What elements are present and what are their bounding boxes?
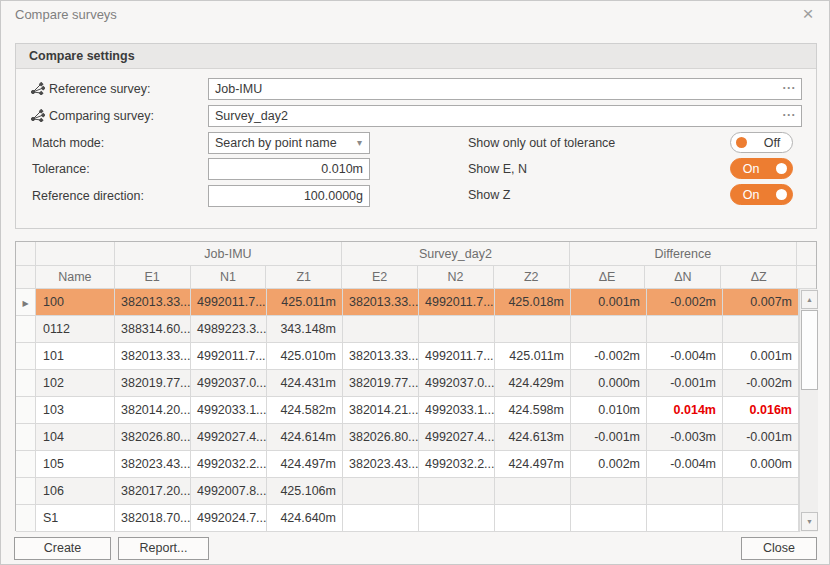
cell-N2: 4992032.2...	[419, 451, 495, 478]
tolerance-label: Tolerance:	[32, 162, 90, 176]
cell-ΔZ: 0.000m	[723, 451, 799, 478]
row-marker	[16, 370, 36, 397]
comparing-survey-label: Comparing survey:	[49, 109, 154, 123]
cell-N1: 4992032.2...	[191, 451, 267, 478]
show-out-of-tolerance-toggle[interactable]: Off	[730, 132, 793, 153]
cell-E2: 382026.80...	[343, 424, 419, 451]
comparing-survey-field[interactable]: Survey_day2 ...	[208, 105, 802, 127]
cell-ΔN: -0.004m	[647, 451, 723, 478]
row-marker: ▶	[16, 289, 36, 316]
cell-ΔZ: 0.007m	[723, 289, 799, 316]
match-mode-select[interactable]: Search by point name ▾	[208, 132, 370, 154]
cell-E2	[343, 478, 419, 505]
table-group-header-row: Job-IMU Survey_day2 Difference	[16, 242, 816, 266]
cell-N1: 4992011.7...	[191, 343, 267, 370]
column-header-n1[interactable]: N1	[191, 266, 267, 289]
toggle-knob	[776, 189, 787, 200]
cell-N2	[419, 316, 495, 343]
cell-E1: 382013.33...	[115, 289, 191, 316]
cell-ΔZ	[723, 478, 799, 505]
reference-survey-value: Job-IMU	[215, 82, 262, 96]
browse-ellipsis-icon[interactable]: ...	[783, 75, 796, 95]
vertical-scrollbar[interactable]: ▲ ▼	[799, 289, 818, 532]
cell-ΔE: -0.001m	[571, 424, 647, 451]
group-header-comparing: Survey_day2	[342, 242, 569, 266]
cell-N1: 4992033.1...	[191, 397, 267, 424]
cell-Z2	[495, 316, 571, 343]
cell-name: 0112	[36, 316, 115, 343]
scroll-down-icon[interactable]: ▼	[801, 512, 818, 531]
table-row[interactable]: ▶100382013.33...4992011.7...425.011m3820…	[16, 289, 799, 316]
table-row[interactable]: 103382014.20...4992033.1...424.582m38201…	[16, 397, 799, 424]
show-en-toggle[interactable]: On	[730, 158, 793, 179]
table-row[interactable]: 102382019.77...4992037.0...424.431m38201…	[16, 370, 799, 397]
survey-icon	[30, 109, 45, 122]
column-header-n2[interactable]: N2	[418, 266, 494, 289]
cell-ΔE: 0.002m	[571, 451, 647, 478]
cell-E2: 382013.33...	[343, 343, 419, 370]
table-row[interactable]: S1382018.70...4992024.7...424.640m	[16, 505, 799, 532]
cell-ΔN: -0.003m	[647, 424, 723, 451]
column-header-blank	[16, 266, 36, 289]
reference-survey-field[interactable]: Job-IMU ...	[208, 78, 802, 100]
match-mode-value: Search by point name	[215, 136, 337, 150]
cell-ΔE: 0.001m	[571, 289, 647, 316]
column-header-dz[interactable]: ΔZ	[721, 266, 797, 289]
comparison-table: Job-IMU Survey_day2 Difference Name E1 N…	[15, 241, 817, 531]
show-z-toggle[interactable]: On	[730, 184, 793, 205]
column-header-e1[interactable]: E1	[115, 266, 191, 289]
cell-ΔN	[647, 505, 723, 532]
scroll-up-icon[interactable]: ▲	[801, 290, 818, 309]
column-header-e2[interactable]: E2	[342, 266, 418, 289]
cell-ΔN	[647, 478, 723, 505]
cell-E2: 382023.43...	[343, 451, 419, 478]
column-header-z1[interactable]: Z1	[266, 266, 342, 289]
row-marker	[16, 451, 36, 478]
cell-N2: 4992033.1...	[419, 397, 495, 424]
report-button[interactable]: Report...	[118, 537, 209, 560]
selected-row-arrow-icon: ▶	[22, 299, 28, 308]
cell-E2	[343, 505, 419, 532]
table-row[interactable]: 0112388314.60...4989223.3...343.148m	[16, 316, 799, 343]
cell-Z2: 424.429m	[495, 370, 571, 397]
cell-ΔN: -0.002m	[647, 289, 723, 316]
table-row[interactable]: 101382013.33...4992011.7...425.010m38201…	[16, 343, 799, 370]
cell-name: 105	[36, 451, 115, 478]
column-header-name[interactable]: Name	[36, 266, 115, 289]
row-marker	[16, 424, 36, 451]
cell-N2: 4992037.0...	[419, 370, 495, 397]
match-mode-label: Match mode:	[32, 136, 104, 150]
cell-ΔZ: 0.016m	[723, 397, 799, 424]
close-button[interactable]: Close	[741, 537, 817, 560]
cell-ΔE	[571, 505, 647, 532]
table-row[interactable]: 105382023.43...4992032.2...424.497m38202…	[16, 451, 799, 478]
reference-direction-input[interactable]: 100.0000g	[208, 185, 370, 207]
cell-E2: 382013.33...	[343, 289, 419, 316]
table-row[interactable]: 104382026.80...4992027.4...424.614m38202…	[16, 424, 799, 451]
scrollbar-thumb[interactable]	[801, 310, 818, 390]
cell-E2: 382014.21...	[343, 397, 419, 424]
cell-Z1: 424.582m	[267, 397, 343, 424]
cell-E2: 382019.77...	[343, 370, 419, 397]
cell-ΔZ: -0.001m	[723, 424, 799, 451]
toggle-state: On	[731, 162, 771, 176]
cell-E2	[343, 316, 419, 343]
table-row[interactable]: 106382017.20...4992007.8...425.106m	[16, 478, 799, 505]
cell-Z2: 425.018m	[495, 289, 571, 316]
column-header-de[interactable]: ΔE	[570, 266, 646, 289]
tolerance-input[interactable]: 0.010m	[208, 158, 370, 180]
cell-N2: 4992011.7...	[419, 343, 495, 370]
cell-N1: 4992037.0...	[191, 370, 267, 397]
close-icon[interactable]: ×	[797, 3, 819, 25]
cell-E1: 382023.43...	[115, 451, 191, 478]
cell-N1: 4992011.7...	[191, 289, 267, 316]
cell-name: 102	[36, 370, 115, 397]
column-header-dn[interactable]: ΔN	[645, 266, 721, 289]
row-marker	[16, 478, 36, 505]
cell-name: 104	[36, 424, 115, 451]
browse-ellipsis-icon[interactable]: ...	[783, 102, 796, 122]
cell-name: 100	[36, 289, 115, 316]
create-drawing-button[interactable]: Create drawing...	[14, 537, 111, 560]
cell-N1: 4992024.7...	[191, 505, 267, 532]
column-header-z2[interactable]: Z2	[494, 266, 570, 289]
